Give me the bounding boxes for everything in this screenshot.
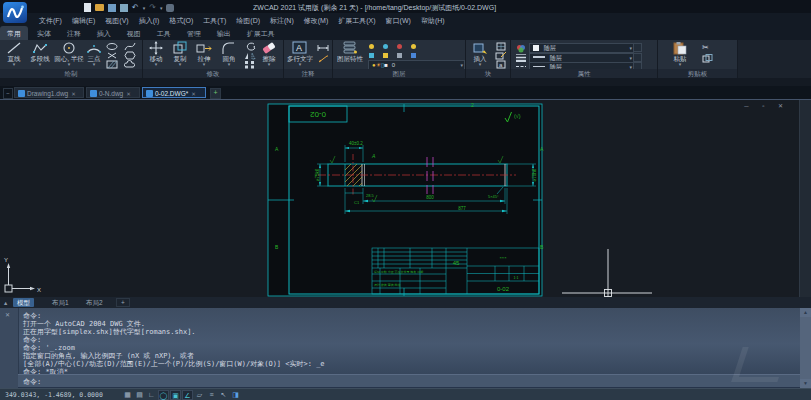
mdi-minimize-icon[interactable]: ─ [744,103,754,109]
menu-item-window[interactable]: 窗口(W) [381,13,416,26]
command-expand-icon[interactable]: ▴ [2,298,9,307]
status-toggle-dyn[interactable]: ▱ [194,390,205,400]
menu-item-dimension[interactable]: 标注(N) [265,13,299,26]
copy-icon [172,41,188,55]
undo-caret-icon[interactable]: ▾ [143,6,146,10]
spline-icon[interactable] [124,42,136,51]
block-attr-icon[interactable]: a [495,60,507,69]
menu-item-draw[interactable]: 绘图(D) [231,13,265,26]
save-as-icon[interactable] [120,4,128,12]
menu-item-modify[interactable]: 修改(M) [299,13,334,26]
menu-item-file[interactable]: 文件(F) [34,13,67,26]
menu-item-edit[interactable]: 编辑(E) [67,13,100,26]
layout-tab-layout1[interactable]: 布局1 [48,298,73,307]
layer-on-icon[interactable] [369,43,381,52]
leader-icon[interactable] [317,54,329,63]
tab-close-icon[interactable]: ✕ [191,91,196,97]
status-toggle-lineweight[interactable]: ≡ [206,390,217,400]
layer-off-icon[interactable] [397,43,409,52]
drawing-canvas[interactable]: A A B B 2 0-02 (√) [0,99,811,298]
workspace-icon[interactable] [166,4,174,12]
status-toggle-workspace[interactable]: ◨ [230,390,241,400]
doc-tab-0-n[interactable]: 0-N.dwg✕ [86,87,140,98]
redo-caret-icon[interactable]: ▾ [160,6,163,10]
open-folder-icon[interactable] [95,4,104,11]
cut-icon[interactable]: ✂ [702,43,714,52]
new-file-icon[interactable] [84,3,91,12]
circle-button[interactable]: 圆心, 半径▾ [54,41,84,66]
arc-icon [86,41,102,55]
undo-icon[interactable]: ↶ [132,3,139,12]
tab-close-icon[interactable]: ✕ [71,91,76,97]
collapse-ribbon-button[interactable]: − [3,88,13,99]
match-properties-button[interactable] [633,43,642,52]
zwcad-logo[interactable] [3,2,27,23]
rotate-icon[interactable] [244,42,256,51]
status-toggle-ortho[interactable]: ∟ [146,390,157,400]
revcloud-icon[interactable] [124,60,136,69]
stretch-button[interactable]: 拉伸▾ [192,41,216,66]
point-icon[interactable] [106,51,118,60]
copy-clip-icon[interactable] [702,54,714,63]
svg-text:2: 2 [471,102,474,108]
ellipse-icon[interactable] [106,42,118,51]
new-layout-button[interactable]: + [116,298,130,307]
hatch-icon[interactable] [106,60,118,69]
erase-button[interactable]: 擦除▾ [257,41,281,66]
ribbon-group-properties: 随层 ▾ 随层 ▾ 随层 ▾ 属性 [511,40,658,78]
edit-block-icon[interactable] [495,51,507,60]
status-toggle-snap[interactable]: ▤ [134,390,145,400]
insert-block-button[interactable]: 插入▾ [468,41,492,66]
ribbon-group-block: 插入▾ a 块 [466,40,511,78]
doc-tab-0-02[interactable]: 0-02.DWG*✕ [142,87,206,98]
move-button[interactable]: 移动▾ [144,41,168,66]
status-toggle-grid[interactable]: ▦ [122,390,133,400]
paste-button[interactable]: 粘贴▾ [666,41,694,66]
layer-properties-button[interactable]: 图层特性 [334,41,366,62]
mtext-button[interactable]: A 多行文字▾ [285,41,315,66]
layer-freeze-icon[interactable] [383,43,395,52]
layout-tab-model[interactable]: 模型 [13,298,34,307]
layer-isolate-icon[interactable] [411,43,423,52]
command-input[interactable]: 命令: [18,374,800,388]
lineweight-dropdown[interactable]: 随层 ▾ [529,53,634,63]
status-toggle-polar[interactable]: ◯ [158,390,169,400]
command-close-icon[interactable]: ✕ [5,311,10,318]
zwcad-window: ↶ ▾ ↷ ▾ ZWCAD 2021 试用版 (剩余 21 天) - [/hom… [0,0,811,400]
color-dropdown[interactable]: 随层 ▾ [529,43,634,53]
create-block-icon[interactable] [495,42,507,51]
copy-button[interactable]: 复制▾ [168,41,192,66]
menu-item-help[interactable]: 帮助(H) [416,13,450,26]
mirror-icon[interactable] [244,51,256,60]
menu-item-format[interactable]: 格式(O) [164,13,198,26]
dimension-icon[interactable] [317,43,329,52]
menu-item-tools[interactable]: 工具(T) [198,13,231,26]
save-icon[interactable] [108,4,116,12]
scroll-down-icon[interactable]: ▼ [800,379,811,388]
polygon-icon[interactable] [124,51,136,60]
status-toggle-otrack[interactable]: ∠ [182,390,193,400]
menu-item-insert[interactable]: 插入(I) [134,13,165,26]
array-icon[interactable] [244,60,256,69]
doc-tab-drawing1[interactable]: Drawing1.dwg✕ [14,87,84,98]
line-button[interactable]: 直线▾ [2,41,26,66]
color-wheel-icon[interactable] [515,44,527,53]
status-toggle-osnap[interactable]: ▣ [170,390,181,400]
mdi-restore-icon[interactable]: ▫ [762,103,770,109]
menu-item-express[interactable]: 扩展工具(X) [333,13,380,26]
lineweight-icon[interactable] [515,53,527,62]
mdi-close-icon[interactable]: ✕ [778,103,789,109]
menu-item-view[interactable]: 视图(V) [100,13,133,26]
polyline-button[interactable]: 多段线▾ [26,41,54,66]
status-toggle-cycle[interactable]: ↖ [218,390,229,400]
new-tab-button[interactable]: + [210,88,221,99]
canvas-scrollbar[interactable] [799,100,811,298]
command-scrollbar[interactable]: ▲ ▼ [800,308,811,388]
properties-list-button[interactable] [633,53,642,62]
layout-tab-layout2[interactable]: 布局2 [82,298,107,307]
fillet-button[interactable]: 圆角▾ [216,41,242,66]
tab-close-icon[interactable]: ✕ [126,91,131,97]
redo-icon[interactable]: ↷ [149,3,156,12]
arc-button[interactable]: 三点▾ [84,41,104,66]
scroll-up-icon[interactable]: ▲ [800,308,811,317]
